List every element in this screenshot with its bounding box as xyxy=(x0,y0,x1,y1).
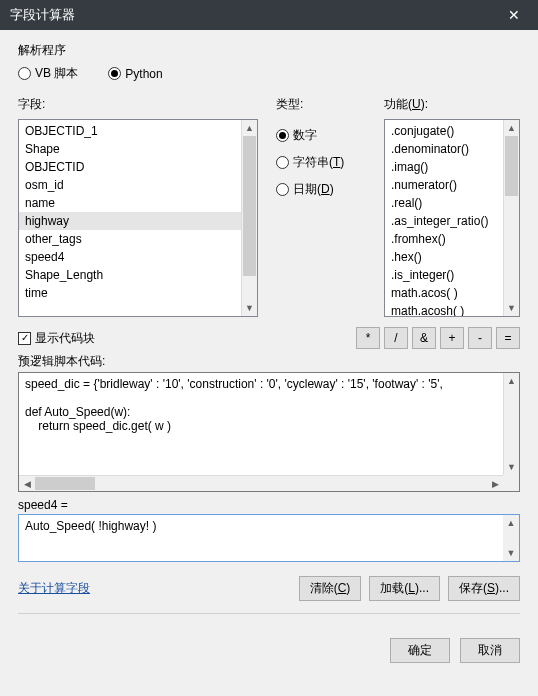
radio-icon xyxy=(276,129,289,142)
type-string-label: 字符串(T) xyxy=(293,154,344,171)
list-item[interactable]: .real() xyxy=(385,194,519,212)
list-item[interactable]: speed4 xyxy=(19,248,257,266)
type-number-radio[interactable]: 数字 xyxy=(276,127,366,144)
window-title: 字段计算器 xyxy=(10,6,75,24)
functions-label: 功能(U): xyxy=(384,96,520,113)
expression-label: speed4 = xyxy=(18,498,520,512)
list-item[interactable]: .imag() xyxy=(385,158,519,176)
scroll-up-icon[interactable]: ▲ xyxy=(503,515,519,531)
prelogic-label: 预逻辑脚本代码: xyxy=(18,353,520,370)
ok-button[interactable]: 确定 xyxy=(390,638,450,663)
list-item[interactable]: math.acos( ) xyxy=(385,284,519,302)
scroll-thumb[interactable] xyxy=(243,136,256,276)
list-item[interactable]: osm_id xyxy=(19,176,257,194)
parser-radio-group: VB 脚本 Python xyxy=(18,65,520,82)
list-item[interactable]: .hex() xyxy=(385,248,519,266)
type-string-radio[interactable]: 字符串(T) xyxy=(276,154,366,171)
parser-vb-radio[interactable]: VB 脚本 xyxy=(18,65,78,82)
scroll-thumb[interactable] xyxy=(505,136,518,196)
parser-python-radio[interactable]: Python xyxy=(108,65,162,82)
radio-icon xyxy=(276,183,289,196)
scrollbar[interactable]: ▲ ▼ xyxy=(503,515,519,561)
operator-buttons: * / & + - = xyxy=(356,327,520,349)
scroll-right-icon[interactable]: ▶ xyxy=(487,476,503,492)
radio-icon xyxy=(18,67,31,80)
scroll-down-icon[interactable]: ▼ xyxy=(242,300,257,316)
close-icon[interactable]: ✕ xyxy=(500,7,528,23)
list-item[interactable]: Shape_Length xyxy=(19,266,257,284)
list-item[interactable]: time xyxy=(19,284,257,302)
scrollbar[interactable]: ▲ ▼ xyxy=(503,373,519,475)
type-number-label: 数字 xyxy=(293,127,317,144)
prelogic-text: speed_dic = {'bridleway' : '10', 'constr… xyxy=(19,373,519,437)
show-codeblock-label: 显示代码块 xyxy=(35,330,95,347)
scroll-down-icon[interactable]: ▼ xyxy=(504,459,519,475)
list-item[interactable]: Shape xyxy=(19,140,257,158)
list-item[interactable]: .is_integer() xyxy=(385,266,519,284)
scroll-thumb[interactable] xyxy=(35,477,95,490)
op-plus-button[interactable]: + xyxy=(440,327,464,349)
scroll-up-icon[interactable]: ▲ xyxy=(242,120,257,136)
save-button[interactable]: 保存(S)... xyxy=(448,576,520,601)
scroll-up-icon[interactable]: ▲ xyxy=(504,373,519,389)
expression-text: Auto_Speed( !highway! ) xyxy=(19,515,519,537)
clear-button[interactable]: 清除(C) xyxy=(299,576,362,601)
fields-listbox[interactable]: OBJECTID_1 Shape OBJECTID osm_id name hi… xyxy=(18,119,258,317)
scroll-down-icon[interactable]: ▼ xyxy=(504,300,519,316)
radio-icon xyxy=(108,67,121,80)
scrollbar-horizontal[interactable]: ◀ ▶ xyxy=(19,475,503,491)
scroll-left-icon[interactable]: ◀ xyxy=(19,476,35,492)
scrollbar[interactable]: ▲ ▼ xyxy=(241,120,257,316)
prelogic-textarea[interactable]: speed_dic = {'bridleway' : '10', 'constr… xyxy=(18,372,520,492)
checkbox-icon: ✓ xyxy=(18,332,31,345)
op-divide-button[interactable]: / xyxy=(384,327,408,349)
scrollbar[interactable]: ▲ ▼ xyxy=(503,120,519,316)
list-item[interactable]: OBJECTID_1 xyxy=(19,122,257,140)
parser-label: 解析程序 xyxy=(18,42,520,59)
list-item[interactable]: .numerator() xyxy=(385,176,519,194)
list-item[interactable]: name xyxy=(19,194,257,212)
op-concat-button[interactable]: & xyxy=(412,327,436,349)
op-minus-button[interactable]: - xyxy=(468,327,492,349)
functions-listbox[interactable]: .conjugate() .denominator() .imag() .num… xyxy=(384,119,520,317)
divider xyxy=(18,613,520,614)
load-button[interactable]: 加载(L)... xyxy=(369,576,440,601)
op-equals-button[interactable]: = xyxy=(496,327,520,349)
radio-icon xyxy=(276,156,289,169)
type-date-label: 日期(D) xyxy=(293,181,334,198)
expression-textarea[interactable]: Auto_Speed( !highway! ) ▲ ▼ xyxy=(18,514,520,562)
fields-label: 字段: xyxy=(18,96,258,113)
scroll-down-icon[interactable]: ▼ xyxy=(503,545,519,561)
list-item[interactable]: OBJECTID xyxy=(19,158,257,176)
type-date-radio[interactable]: 日期(D) xyxy=(276,181,366,198)
list-item[interactable]: math.acosh( ) xyxy=(385,302,519,317)
list-item[interactable]: highway xyxy=(19,212,257,230)
list-item[interactable]: other_tags xyxy=(19,230,257,248)
titlebar: 字段计算器 ✕ xyxy=(0,0,538,30)
list-item[interactable]: .denominator() xyxy=(385,140,519,158)
show-codeblock-checkbox[interactable]: ✓ 显示代码块 xyxy=(18,330,95,347)
list-item[interactable]: .as_integer_ratio() xyxy=(385,212,519,230)
help-link[interactable]: 关于计算字段 xyxy=(18,580,90,597)
list-item[interactable]: .fromhex() xyxy=(385,230,519,248)
cancel-button[interactable]: 取消 xyxy=(460,638,520,663)
parser-python-label: Python xyxy=(125,67,162,81)
scroll-corner xyxy=(503,475,519,491)
parser-vb-label: VB 脚本 xyxy=(35,65,78,82)
type-label: 类型: xyxy=(276,96,366,113)
op-multiply-button[interactable]: * xyxy=(356,327,380,349)
list-item[interactable]: .conjugate() xyxy=(385,122,519,140)
dialog-content: 解析程序 VB 脚本 Python 字段: OBJECTID_1 Shape O… xyxy=(0,30,538,673)
scroll-up-icon[interactable]: ▲ xyxy=(504,120,519,136)
